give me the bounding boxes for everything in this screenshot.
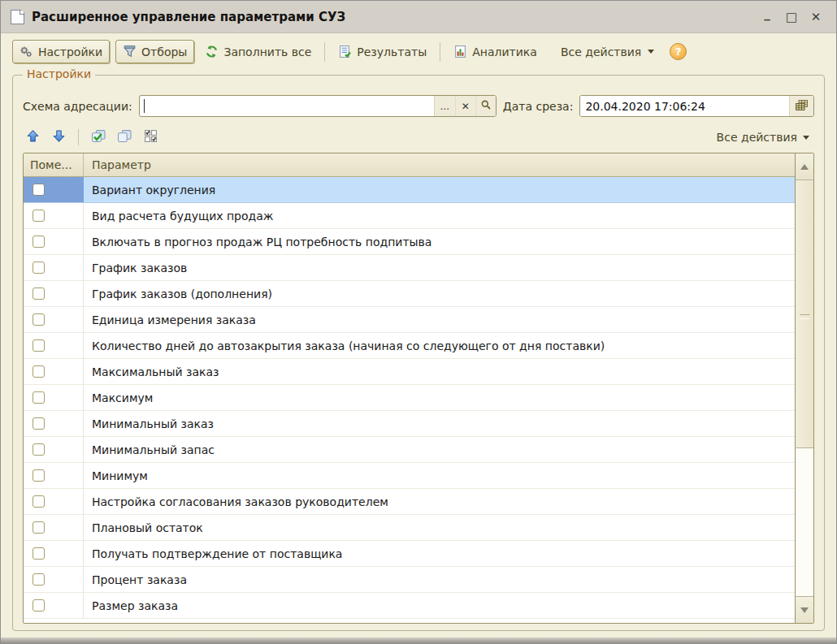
table-row[interactable]: График заказов — [24, 255, 795, 281]
row-checkbox[interactable] — [33, 261, 45, 274]
row-checkbox[interactable] — [33, 210, 45, 222]
row-mark-cell — [24, 229, 84, 254]
all-actions-button[interactable]: Все действия — [556, 41, 659, 63]
row-parameter-label: Вид расчета будущих продаж — [84, 203, 795, 228]
row-checkbox[interactable] — [33, 236, 45, 248]
table-row[interactable]: Минимальный заказ — [24, 411, 795, 437]
row-checkbox[interactable] — [33, 443, 45, 456]
table-row[interactable]: Максимальный заказ — [24, 359, 795, 385]
row-mark-cell — [24, 437, 84, 462]
invert-checks-button[interactable] — [141, 128, 160, 146]
vertical-scrollbar[interactable] — [795, 153, 813, 623]
row-mark-cell — [24, 593, 84, 618]
funnel-icon — [123, 45, 137, 58]
analytics-button-label: Аналитика — [472, 45, 537, 58]
table-row[interactable]: Включать в прогноз продаж РЦ потребность… — [24, 229, 795, 255]
settings-button-label: Настройки — [38, 45, 102, 58]
fill-all-button-label: Заполнить все — [223, 45, 311, 58]
row-checkbox[interactable] — [33, 599, 45, 612]
column-header-parameter[interactable]: Параметр — [84, 153, 795, 176]
row-mark-cell — [24, 541, 84, 566]
triangle-up-icon — [800, 164, 809, 170]
table-main: Поме... Параметр Вариант округленияВид р… — [24, 153, 795, 623]
check-all-button[interactable] — [89, 128, 108, 146]
table-row[interactable]: Максимум — [24, 385, 795, 411]
results-button-label: Результаты — [357, 45, 427, 58]
row-checkbox[interactable] — [33, 573, 45, 586]
table-row[interactable]: Количество дней до автозакрытия заказа (… — [24, 333, 795, 359]
addressing-scheme-label: Схема адресации: — [23, 100, 132, 113]
settings-groupbox: Настройки Схема адресации: ... ✕ — [12, 75, 825, 631]
table-row[interactable]: Вариант округления — [24, 177, 795, 203]
minimize-icon: _ — [764, 6, 770, 21]
table-row[interactable]: Процент заказа — [24, 567, 795, 593]
row-checkbox[interactable] — [33, 184, 45, 196]
filters-button[interactable]: Отборы — [115, 40, 194, 63]
scheme-clear-button[interactable]: ✕ — [455, 96, 475, 116]
row-parameter-label: Минимум — [84, 463, 795, 488]
row-checkbox[interactable] — [33, 313, 45, 326]
table-row[interactable]: Получать подтверждение от поставщика — [24, 541, 795, 567]
table-row[interactable]: Размер заказа — [24, 593, 795, 619]
row-mark-cell — [24, 567, 84, 592]
row-checkbox[interactable] — [33, 547, 45, 560]
close-button[interactable]: ✕ — [805, 6, 826, 28]
arrow-down-icon — [52, 129, 66, 145]
date-slice-input[interactable] — [580, 96, 789, 116]
row-checkbox[interactable] — [33, 521, 45, 534]
row-checkbox[interactable] — [33, 469, 45, 482]
refresh-icon — [205, 45, 219, 58]
row-mark-cell — [24, 333, 84, 358]
column-header-mark[interactable]: Поме... — [24, 153, 84, 176]
row-checkbox[interactable] — [33, 495, 45, 508]
row-mark-cell — [24, 515, 84, 540]
row-mark-cell — [24, 411, 84, 436]
table-row[interactable]: График заказов (дополнения) — [24, 281, 795, 307]
row-parameter-label: Максимальный заказ — [84, 359, 795, 384]
table-row[interactable]: Настройка согласования заказов руководит… — [24, 489, 795, 515]
settings-button[interactable]: Настройки — [12, 40, 110, 63]
all-actions-label: Все действия — [561, 45, 641, 58]
row-parameter-label: Максимум — [84, 385, 795, 410]
scheme-open-button[interactable] — [475, 96, 496, 116]
calendar-grid-icon — [795, 99, 809, 114]
filters-button-label: Отборы — [141, 45, 187, 58]
list-all-actions-button[interactable]: Все действия — [717, 131, 814, 144]
fill-all-button[interactable]: Заполнить все — [200, 41, 316, 63]
row-checkbox[interactable] — [33, 287, 45, 300]
row-parameter-label: Включать в прогноз продаж РЦ потребность… — [84, 229, 795, 254]
window-bottom-edge — [1, 638, 836, 643]
groupbox-title: Настройки — [23, 67, 95, 80]
help-button[interactable]: ? — [670, 43, 687, 60]
table-row[interactable]: Минимальный запас — [24, 437, 795, 463]
row-mark-cell — [24, 463, 84, 488]
row-checkbox[interactable] — [33, 365, 45, 378]
move-up-button[interactable] — [23, 128, 42, 146]
table-row[interactable]: Минимум — [24, 463, 795, 489]
addressing-scheme-input[interactable] — [145, 96, 434, 116]
scheme-select-button[interactable]: ... — [435, 96, 455, 116]
move-down-button[interactable] — [49, 128, 68, 146]
date-slice-label: Дата среза: — [503, 100, 574, 113]
results-button[interactable]: Результаты — [333, 41, 432, 63]
date-picker-button[interactable] — [790, 96, 813, 116]
row-checkbox[interactable] — [33, 391, 45, 404]
scrollbar-track[interactable] — [796, 448, 813, 596]
scrollbar-thumb[interactable] — [796, 180, 813, 448]
table-row[interactable]: Вид расчета будущих продаж — [24, 203, 795, 229]
maximize-button[interactable]: □ — [781, 6, 802, 28]
uncheck-all-icon — [116, 129, 132, 145]
row-parameter-label: Настройка согласования заказов руководит… — [84, 489, 795, 514]
table-row[interactable]: Плановый остаток — [24, 515, 795, 541]
row-mark-cell — [24, 281, 84, 306]
app-window: Расширенное управление параметрами СУЗ _… — [0, 0, 837, 644]
scroll-down-button[interactable] — [796, 596, 813, 623]
table-row[interactable]: Единица измерения заказа — [24, 307, 795, 333]
analytics-button[interactable]: Аналитика — [449, 41, 542, 63]
row-checkbox[interactable] — [33, 339, 45, 352]
scroll-up-button[interactable] — [796, 153, 813, 180]
row-mark-cell — [24, 203, 84, 228]
row-checkbox[interactable] — [33, 417, 45, 430]
minimize-button[interactable]: _ — [757, 6, 778, 28]
uncheck-all-button[interactable] — [115, 128, 134, 146]
